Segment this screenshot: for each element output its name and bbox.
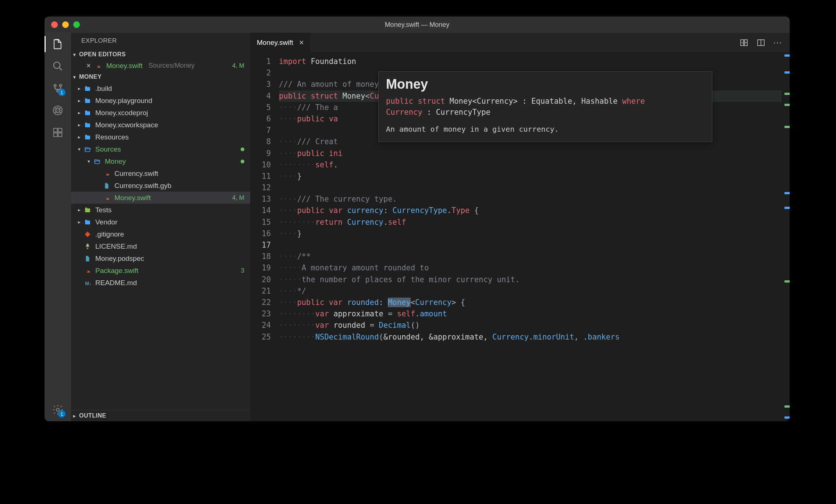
chevron-right-icon: ▸: [77, 207, 81, 213]
chevron-right-icon: ▸: [72, 413, 77, 419]
tree-item-vendor[interactable]: ▸Vendor: [71, 216, 250, 228]
workspace-label: MONEY: [79, 74, 102, 80]
minimize-window-button[interactable]: [62, 21, 69, 28]
tree-item-label: Sources: [95, 145, 121, 153]
tree-item-label: Currency.swift.gyb: [114, 182, 171, 190]
settings-badge: 1: [58, 410, 65, 418]
tab-bar: Money.swift × ···: [250, 33, 790, 52]
workspace-section[interactable]: ▾ MONEY: [71, 71, 250, 82]
outline-section[interactable]: ▸ OUTLINE: [71, 410, 250, 421]
tree-item-money-xcworkspace[interactable]: ▸Money.xcworkspace: [71, 119, 250, 131]
hover-title: Money: [386, 78, 705, 90]
chevron-right-icon: ▸: [77, 219, 81, 225]
swift-icon: [103, 170, 111, 177]
swift-icon: [103, 195, 111, 201]
more-actions-icon[interactable]: ···: [773, 38, 782, 47]
open-editor-item[interactable]: × Money.swift Sources/Money 4, M: [71, 60, 250, 71]
tree-item-label: Tests: [95, 206, 111, 214]
folder-icon: [84, 110, 92, 116]
outline-label: OUTLINE: [79, 412, 106, 419]
split-editor-icon[interactable]: [757, 38, 765, 47]
tree-item-label: .build: [95, 85, 112, 93]
close-window-button[interactable]: [51, 21, 58, 28]
chevron-down-icon: ▾: [86, 159, 91, 164]
hover-tooltip: Money public struct Money<Currency> : Eq…: [378, 71, 712, 142]
folder-icon: [84, 85, 92, 92]
activity-bar: 1 1: [45, 33, 71, 421]
tree-item-label: Package.swift: [95, 267, 138, 275]
tree-item-label: Money.swift: [114, 194, 151, 202]
hover-signature: public struct Money<Currency> : Equatabl…: [386, 96, 705, 118]
minimap[interactable]: [782, 52, 790, 421]
debug-activity[interactable]: [52, 104, 64, 117]
compare-changes-icon[interactable]: [740, 38, 748, 47]
tree-item-sources[interactable]: ▾Sources: [71, 143, 250, 155]
tree-item-resources[interactable]: ▸Resources: [71, 131, 250, 143]
tree-item-package-swift[interactable]: Package.swift3: [71, 265, 250, 277]
swift-icon: [84, 267, 92, 274]
search-activity[interactable]: [52, 60, 64, 72]
folder-open-icon: [94, 158, 102, 165]
svg-rect-9: [58, 128, 62, 132]
tree-item-license-md[interactable]: LICENSE.md: [71, 240, 250, 252]
vscode-window: Money.swift — Money 1 1: [45, 17, 790, 421]
git-icon: [84, 231, 92, 238]
tree-item-label: Resources: [95, 133, 129, 141]
editor-actions: ···: [740, 33, 790, 52]
tree-item-tests[interactable]: ▸Tests: [71, 204, 250, 216]
open-editor-filename: Money.swift: [106, 62, 143, 70]
close-tab-icon[interactable]: ×: [299, 38, 304, 47]
hover-doc: An amount of money in a given currency.: [386, 124, 705, 135]
explorer-sidebar: EXPLORER ▾ OPEN EDITORS × Money.swift So…: [71, 33, 250, 421]
tree-item-money-playground[interactable]: ▸Money.playground: [71, 95, 250, 107]
window-title: Money.swift — Money: [385, 21, 450, 29]
license-icon: [84, 243, 92, 250]
tree-item-label: Money: [105, 157, 126, 166]
tree-item-label: LICENSE.md: [95, 242, 137, 251]
file-tree: ▸.build▸Money.playground▸Money.xcodeproj…: [71, 82, 250, 410]
debug-icon: [52, 104, 64, 116]
code-editor[interactable]: 1234567891011121314151617181920212223242…: [250, 52, 790, 421]
open-editors-section[interactable]: ▾ OPEN EDITORS: [71, 49, 250, 60]
tree-item-readme-md[interactable]: M↓README.md: [71, 277, 250, 289]
tree-item-currency-swift-gyb[interactable]: Currency.swift.gyb: [71, 180, 250, 192]
maximize-window-button[interactable]: [73, 21, 80, 28]
tree-item-label: Money.podspec: [95, 255, 144, 263]
tree-item-label: Currency.swift: [114, 170, 158, 178]
titlebar[interactable]: Money.swift — Money: [45, 17, 790, 33]
chevron-right-icon: ▸: [77, 98, 81, 103]
tree-item-money-podspec[interactable]: Money.podspec: [71, 252, 250, 265]
chevron-down-icon: ▾: [77, 146, 81, 152]
tree-item-label: README.md: [95, 279, 137, 287]
tree-item--build[interactable]: ▸.build: [71, 82, 250, 95]
tree-item-label: Money.xcodeproj: [95, 109, 148, 117]
tree-item-money[interactable]: ▾Money: [71, 155, 250, 167]
svg-point-2: [60, 85, 62, 87]
svg-point-0: [54, 62, 60, 69]
file-icon: [84, 255, 92, 262]
explorer-activity[interactable]: [52, 38, 64, 50]
scm-badge: 1: [58, 89, 65, 96]
settings-activity[interactable]: 1: [52, 404, 64, 416]
svg-rect-8: [58, 133, 62, 136]
md-icon: M↓: [84, 279, 92, 287]
line-gutter: 1234567891011121314151617181920212223242…: [250, 52, 279, 421]
tree-item--gitignore[interactable]: .gitignore: [71, 228, 250, 240]
tree-item-currency-swift[interactable]: Currency.swift: [71, 167, 250, 180]
modified-dot-icon: [241, 148, 244, 151]
svg-rect-6: [54, 128, 57, 132]
scm-activity[interactable]: 1: [52, 82, 64, 95]
folder-lib-icon: [84, 207, 92, 213]
tree-item-label: .gitignore: [95, 230, 124, 238]
extensions-activity[interactable]: [52, 126, 64, 139]
traffic-lights: [51, 21, 80, 28]
tree-item-meta: 3: [241, 267, 244, 274]
folder-icon: [84, 219, 92, 226]
tree-item-money-xcodeproj[interactable]: ▸Money.xcodeproj: [71, 107, 250, 119]
tree-item-label: Money.playground: [95, 97, 152, 105]
tree-item-meta: 4, M: [232, 194, 244, 202]
tree-item-money-swift[interactable]: Money.swift4, M: [71, 192, 250, 204]
folder-open-icon: [84, 146, 92, 153]
tab-money-swift[interactable]: Money.swift ×: [250, 33, 311, 52]
close-icon[interactable]: ×: [86, 61, 91, 70]
